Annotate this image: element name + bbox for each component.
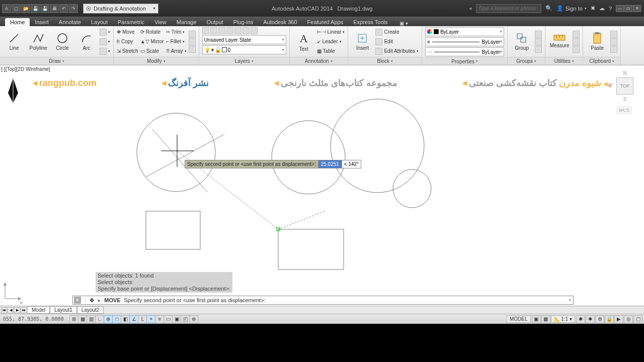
rotate-button[interactable]: ⟳Rotate (140, 28, 164, 37)
mirror-button[interactable]: ▲▽Mirror (140, 37, 164, 46)
help-icon[interactable]: ? (609, 6, 612, 12)
id-icon[interactable] (573, 46, 580, 53)
array-button[interactable]: ⠿Array▾ (166, 47, 187, 56)
tab-featured-apps[interactable]: Featured Apps (302, 18, 349, 26)
otrack-toggle[interactable]: ∠ (129, 315, 138, 323)
tab-home[interactable]: Home (5, 18, 30, 26)
app-menu-icon[interactable]: A (2, 4, 11, 13)
layer-match-icon[interactable] (243, 27, 250, 34)
clean-screen-icon[interactable]: ▢ (633, 315, 642, 323)
tab-plugins[interactable]: Plug-ins (228, 18, 259, 26)
cmdline-dropdown-icon[interactable]: ▾ (567, 298, 573, 302)
cmdline-grip-icon[interactable]: ⋮ (82, 297, 88, 304)
lineweight-dropdown[interactable]: ≡ByLayer▾ (425, 37, 504, 46)
ortho-toggle[interactable]: ∟ (95, 315, 104, 323)
explode-icon[interactable] (189, 38, 196, 45)
trim-button[interactable]: ✂Trim▾ (166, 28, 187, 37)
panel-modify-title[interactable]: Modify (114, 57, 199, 65)
table-button[interactable]: ▦Table (317, 47, 345, 56)
tab-scroll-start-icon[interactable]: ⏮ (1, 307, 7, 313)
insert-block-button[interactable]: Insert (351, 28, 373, 56)
linetype-dropdown[interactable]: ⋯ByLayer▾ (425, 47, 504, 56)
dyn-toggle[interactable]: + (146, 315, 155, 323)
layer-lock-icon[interactable] (234, 27, 242, 34)
rectangle-icon[interactable] (100, 29, 107, 36)
measure-button[interactable]: Measure (548, 28, 571, 56)
ribbon-toggle-icon[interactable]: ▣ ▾ (399, 21, 408, 26)
line-button[interactable]: Line (3, 28, 25, 56)
group-edit-icon[interactable] (535, 38, 542, 45)
arc-button[interactable]: Arc (75, 28, 98, 56)
tab-output[interactable]: Output (202, 18, 228, 26)
hatch-icon[interactable] (100, 38, 107, 45)
ucs-delete-icon[interactable]: ✕ (19, 300, 23, 306)
keyword-search-input[interactable] (476, 4, 541, 13)
sc-toggle[interactable]: ◰ (181, 315, 190, 323)
stay-connected-icon[interactable]: ☁ (599, 5, 605, 12)
grid-toggle[interactable]: ▥ (87, 315, 96, 323)
layer-iso-icon[interactable] (210, 27, 217, 34)
model-space-button[interactable]: MODEL (507, 315, 531, 323)
layer-current-dropdown[interactable]: 💡 ☀ 🔓 0▾ (202, 45, 286, 54)
tab-parametric[interactable]: Parametric (113, 18, 149, 26)
toolbar-lock-icon[interactable]: 🔒 (605, 315, 614, 323)
3dosnap-toggle[interactable]: ◧ (121, 315, 130, 323)
sign-in-button[interactable]: 👤 Sign In▾ (556, 5, 587, 12)
quickview-layouts-icon[interactable]: ▣ (532, 315, 541, 323)
new-icon[interactable]: ▢ (12, 4, 21, 13)
tab-scroll-left-icon[interactable]: ◀ (8, 307, 14, 313)
tab-model[interactable]: Model (27, 306, 50, 314)
open-icon[interactable]: 📂 (21, 4, 30, 13)
tab-annotate[interactable]: Annotate (54, 18, 86, 26)
hardware-accel-icon[interactable]: ▶ (614, 315, 623, 323)
group-select-icon[interactable] (535, 46, 542, 53)
tab-scroll-right-icon[interactable]: ▶ (14, 307, 20, 313)
quickview-drawings-icon[interactable]: ▦ (541, 315, 550, 323)
tab-insert[interactable]: Insert (30, 18, 54, 26)
panel-clipboard-title[interactable]: Clipboard (583, 57, 620, 65)
minimize-button[interactable]: — (616, 5, 624, 12)
create-block-button[interactable]: Create (375, 28, 419, 37)
search-icon[interactable]: 🔍 (545, 5, 552, 12)
scale-button[interactable]: ▭Scale (140, 47, 164, 56)
polyline-button[interactable]: Polyline (27, 28, 49, 56)
panel-groups-title[interactable]: Groups (508, 57, 545, 65)
tab-manage[interactable]: Manage (172, 18, 202, 26)
erase-icon[interactable] (189, 31, 196, 38)
layer-prop-icon[interactable] (202, 27, 209, 34)
panel-annotation-title[interactable]: Annotation (290, 57, 348, 65)
dyn-angle-input[interactable]: < 142° (342, 160, 361, 168)
tab-layout[interactable]: Layout (86, 18, 113, 26)
panel-utilities-title[interactable]: Utilities (545, 57, 583, 65)
maximize-button[interactable]: ▭ (624, 5, 632, 12)
fillet-button[interactable]: ⌐Fillet▾ (166, 37, 187, 46)
osnap-toggle[interactable]: □ (112, 315, 121, 323)
layer-off-icon[interactable] (226, 27, 233, 34)
linear-dim-button[interactable]: ⊢⊣Linear▾ (317, 28, 345, 37)
tab-scroll-end-icon[interactable]: ⏭ (21, 307, 27, 313)
drawing-canvas[interactable]: [-][Top][2D Wireframe] ◀rangpub.com ◀نشر… (0, 65, 644, 307)
dyn-distance-input[interactable]: 25.0251 (318, 160, 342, 168)
color-dropdown[interactable]: ByLayer▾ (425, 27, 504, 36)
edit-attr-button[interactable]: Edit Attributes▾ (375, 47, 419, 56)
ungroup-icon[interactable] (535, 31, 542, 38)
stretch-button[interactable]: ⇲Stretch (117, 47, 138, 56)
leader-button[interactable]: ↙Leader▾ (317, 37, 345, 46)
command-line[interactable]: ✕ ⋮ ✥ ▸ MOVE Specify second point or <us… (72, 296, 574, 305)
layer-prev-icon[interactable] (251, 27, 258, 34)
infer-constraints-toggle[interactable]: ⊞ (69, 315, 78, 323)
save-icon[interactable]: 💾 (31, 4, 40, 13)
annotation-autoscale-icon[interactable]: ✱ (586, 315, 595, 323)
move-button[interactable]: ✥Move (117, 28, 138, 37)
copy-button[interactable]: ⎘Copy (117, 37, 138, 46)
offset-icon[interactable] (189, 46, 196, 53)
lwt-toggle[interactable]: ≡ (155, 315, 164, 323)
annotation-visibility-icon[interactable]: ✱ (576, 315, 585, 323)
exchange-icon[interactable]: ✖ (591, 5, 595, 12)
snap-toggle[interactable]: ▦ (78, 315, 87, 323)
ducs-toggle[interactable]: L (138, 315, 147, 323)
panel-draw-title[interactable]: Draw (0, 57, 113, 65)
tab-autodesk360[interactable]: Autodesk 360 (258, 18, 302, 26)
tpy-toggle[interactable]: ▭ (164, 315, 173, 323)
tab-express-tools[interactable]: Express Tools (348, 18, 392, 26)
